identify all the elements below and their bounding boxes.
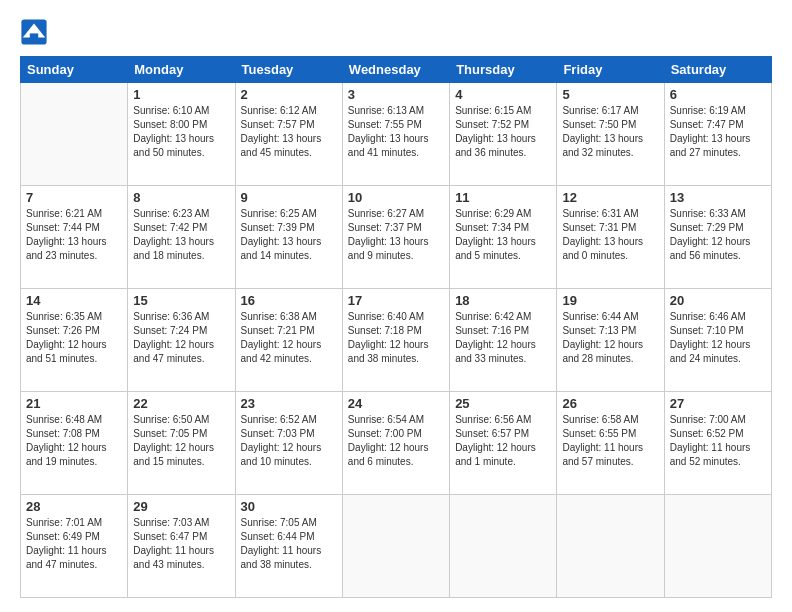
day-number: 9 [241, 190, 337, 205]
calendar-cell: 11Sunrise: 6:29 AM Sunset: 7:34 PM Dayli… [450, 186, 557, 289]
day-number: 20 [670, 293, 766, 308]
svg-rect-2 [30, 33, 38, 40]
col-header-sunday: Sunday [21, 57, 128, 83]
day-number: 3 [348, 87, 444, 102]
calendar-cell [21, 83, 128, 186]
calendar-cell: 3Sunrise: 6:13 AM Sunset: 7:55 PM Daylig… [342, 83, 449, 186]
day-number: 25 [455, 396, 551, 411]
day-number: 2 [241, 87, 337, 102]
day-number: 28 [26, 499, 122, 514]
day-number: 8 [133, 190, 229, 205]
day-info: Sunrise: 7:01 AM Sunset: 6:49 PM Dayligh… [26, 516, 122, 572]
day-info: Sunrise: 6:27 AM Sunset: 7:37 PM Dayligh… [348, 207, 444, 263]
calendar-cell: 1Sunrise: 6:10 AM Sunset: 8:00 PM Daylig… [128, 83, 235, 186]
col-header-thursday: Thursday [450, 57, 557, 83]
calendar-cell: 13Sunrise: 6:33 AM Sunset: 7:29 PM Dayli… [664, 186, 771, 289]
day-info: Sunrise: 6:56 AM Sunset: 6:57 PM Dayligh… [455, 413, 551, 469]
calendar-cell: 8Sunrise: 6:23 AM Sunset: 7:42 PM Daylig… [128, 186, 235, 289]
calendar-cell: 18Sunrise: 6:42 AM Sunset: 7:16 PM Dayli… [450, 289, 557, 392]
day-info: Sunrise: 6:31 AM Sunset: 7:31 PM Dayligh… [562, 207, 658, 263]
calendar-cell: 24Sunrise: 6:54 AM Sunset: 7:00 PM Dayli… [342, 392, 449, 495]
day-number: 18 [455, 293, 551, 308]
day-info: Sunrise: 6:17 AM Sunset: 7:50 PM Dayligh… [562, 104, 658, 160]
day-number: 30 [241, 499, 337, 514]
page: SundayMondayTuesdayWednesdayThursdayFrid… [0, 0, 792, 612]
week-row-4: 21Sunrise: 6:48 AM Sunset: 7:08 PM Dayli… [21, 392, 772, 495]
day-info: Sunrise: 6:25 AM Sunset: 7:39 PM Dayligh… [241, 207, 337, 263]
week-row-3: 14Sunrise: 6:35 AM Sunset: 7:26 PM Dayli… [21, 289, 772, 392]
header [20, 18, 772, 46]
day-info: Sunrise: 6:33 AM Sunset: 7:29 PM Dayligh… [670, 207, 766, 263]
calendar-cell: 7Sunrise: 6:21 AM Sunset: 7:44 PM Daylig… [21, 186, 128, 289]
col-header-friday: Friday [557, 57, 664, 83]
day-number: 17 [348, 293, 444, 308]
calendar-cell [557, 495, 664, 598]
calendar-cell: 19Sunrise: 6:44 AM Sunset: 7:13 PM Dayli… [557, 289, 664, 392]
calendar-cell: 16Sunrise: 6:38 AM Sunset: 7:21 PM Dayli… [235, 289, 342, 392]
day-number: 6 [670, 87, 766, 102]
day-number: 5 [562, 87, 658, 102]
day-number: 26 [562, 396, 658, 411]
calendar-cell: 9Sunrise: 6:25 AM Sunset: 7:39 PM Daylig… [235, 186, 342, 289]
day-info: Sunrise: 6:40 AM Sunset: 7:18 PM Dayligh… [348, 310, 444, 366]
calendar-cell: 14Sunrise: 6:35 AM Sunset: 7:26 PM Dayli… [21, 289, 128, 392]
day-info: Sunrise: 6:15 AM Sunset: 7:52 PM Dayligh… [455, 104, 551, 160]
day-info: Sunrise: 6:48 AM Sunset: 7:08 PM Dayligh… [26, 413, 122, 469]
week-row-5: 28Sunrise: 7:01 AM Sunset: 6:49 PM Dayli… [21, 495, 772, 598]
calendar-cell: 15Sunrise: 6:36 AM Sunset: 7:24 PM Dayli… [128, 289, 235, 392]
calendar-cell: 10Sunrise: 6:27 AM Sunset: 7:37 PM Dayli… [342, 186, 449, 289]
day-info: Sunrise: 7:03 AM Sunset: 6:47 PM Dayligh… [133, 516, 229, 572]
day-info: Sunrise: 6:12 AM Sunset: 7:57 PM Dayligh… [241, 104, 337, 160]
calendar-cell: 27Sunrise: 7:00 AM Sunset: 6:52 PM Dayli… [664, 392, 771, 495]
calendar-cell: 21Sunrise: 6:48 AM Sunset: 7:08 PM Dayli… [21, 392, 128, 495]
calendar-cell: 26Sunrise: 6:58 AM Sunset: 6:55 PM Dayli… [557, 392, 664, 495]
calendar-cell: 12Sunrise: 6:31 AM Sunset: 7:31 PM Dayli… [557, 186, 664, 289]
day-info: Sunrise: 7:05 AM Sunset: 6:44 PM Dayligh… [241, 516, 337, 572]
calendar-table: SundayMondayTuesdayWednesdayThursdayFrid… [20, 56, 772, 598]
calendar-cell: 22Sunrise: 6:50 AM Sunset: 7:05 PM Dayli… [128, 392, 235, 495]
day-number: 4 [455, 87, 551, 102]
calendar-cell [664, 495, 771, 598]
day-info: Sunrise: 6:23 AM Sunset: 7:42 PM Dayligh… [133, 207, 229, 263]
calendar-cell [342, 495, 449, 598]
calendar-cell: 20Sunrise: 6:46 AM Sunset: 7:10 PM Dayli… [664, 289, 771, 392]
calendar-cell: 2Sunrise: 6:12 AM Sunset: 7:57 PM Daylig… [235, 83, 342, 186]
calendar-cell: 29Sunrise: 7:03 AM Sunset: 6:47 PM Dayli… [128, 495, 235, 598]
calendar-cell [450, 495, 557, 598]
day-number: 27 [670, 396, 766, 411]
day-info: Sunrise: 6:19 AM Sunset: 7:47 PM Dayligh… [670, 104, 766, 160]
day-info: Sunrise: 6:44 AM Sunset: 7:13 PM Dayligh… [562, 310, 658, 366]
day-info: Sunrise: 6:42 AM Sunset: 7:16 PM Dayligh… [455, 310, 551, 366]
day-number: 11 [455, 190, 551, 205]
day-number: 22 [133, 396, 229, 411]
day-info: Sunrise: 6:52 AM Sunset: 7:03 PM Dayligh… [241, 413, 337, 469]
day-number: 13 [670, 190, 766, 205]
day-info: Sunrise: 6:13 AM Sunset: 7:55 PM Dayligh… [348, 104, 444, 160]
day-info: Sunrise: 6:50 AM Sunset: 7:05 PM Dayligh… [133, 413, 229, 469]
day-number: 7 [26, 190, 122, 205]
day-info: Sunrise: 6:58 AM Sunset: 6:55 PM Dayligh… [562, 413, 658, 469]
calendar-cell: 23Sunrise: 6:52 AM Sunset: 7:03 PM Dayli… [235, 392, 342, 495]
calendar-cell: 4Sunrise: 6:15 AM Sunset: 7:52 PM Daylig… [450, 83, 557, 186]
calendar-cell: 25Sunrise: 6:56 AM Sunset: 6:57 PM Dayli… [450, 392, 557, 495]
calendar-cell: 30Sunrise: 7:05 AM Sunset: 6:44 PM Dayli… [235, 495, 342, 598]
calendar-cell: 6Sunrise: 6:19 AM Sunset: 7:47 PM Daylig… [664, 83, 771, 186]
day-number: 21 [26, 396, 122, 411]
day-number: 16 [241, 293, 337, 308]
col-header-wednesday: Wednesday [342, 57, 449, 83]
calendar-cell: 17Sunrise: 6:40 AM Sunset: 7:18 PM Dayli… [342, 289, 449, 392]
calendar-cell: 28Sunrise: 7:01 AM Sunset: 6:49 PM Dayli… [21, 495, 128, 598]
logo [20, 18, 52, 46]
col-header-tuesday: Tuesday [235, 57, 342, 83]
day-info: Sunrise: 6:36 AM Sunset: 7:24 PM Dayligh… [133, 310, 229, 366]
day-info: Sunrise: 6:46 AM Sunset: 7:10 PM Dayligh… [670, 310, 766, 366]
day-info: Sunrise: 6:29 AM Sunset: 7:34 PM Dayligh… [455, 207, 551, 263]
col-header-saturday: Saturday [664, 57, 771, 83]
week-row-2: 7Sunrise: 6:21 AM Sunset: 7:44 PM Daylig… [21, 186, 772, 289]
day-number: 10 [348, 190, 444, 205]
day-info: Sunrise: 7:00 AM Sunset: 6:52 PM Dayligh… [670, 413, 766, 469]
day-number: 19 [562, 293, 658, 308]
calendar-cell: 5Sunrise: 6:17 AM Sunset: 7:50 PM Daylig… [557, 83, 664, 186]
day-number: 23 [241, 396, 337, 411]
day-number: 12 [562, 190, 658, 205]
